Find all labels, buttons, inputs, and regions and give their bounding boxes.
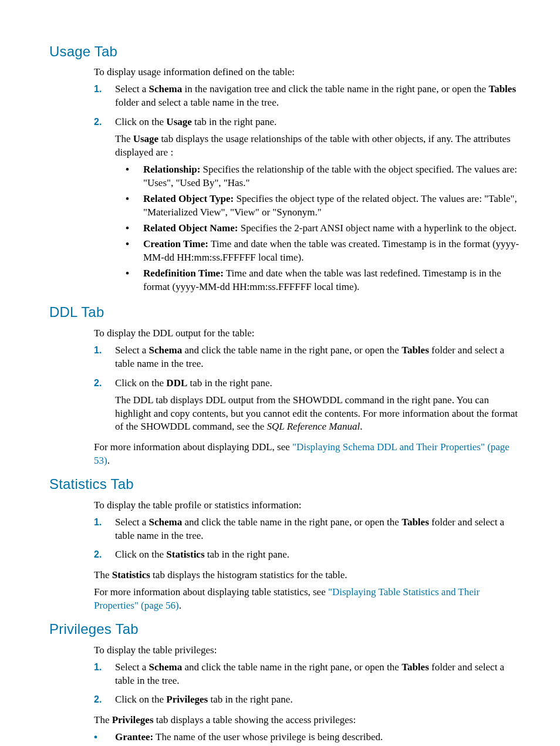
step-text: The Usage tab displays the usage relatio… [115,133,525,160]
priv-step-2: 2. Click on the Privileges tab in the ri… [94,693,525,710]
step-number: 2. [94,116,115,296]
bold-text: Statistics [166,549,204,560]
ddl-more-info: For more information about displaying DD… [94,441,525,468]
heading-statistics-tab: Statistics Tab [49,475,525,494]
step-body: Click on the Privileges tab in the right… [115,693,525,710]
heading-ddl-tab: DDL Tab [49,303,525,322]
step-body: Select a Schema and click the table name… [115,661,525,691]
text: The name of the user whose privilege is … [153,731,383,742]
stats-desc: The Statistics tab displays the histogra… [94,569,525,582]
step-body: Select a Schema in the navigation tree a… [115,83,525,113]
bold-text: Redefinition Time: [143,268,224,279]
ddl-step-1: 1. Select a Schema and click the table n… [94,344,525,374]
text: tab in the right pane. [205,549,289,560]
step-body: Click on the Usage tab in the right pane… [115,116,525,296]
text: folder and select a table name in the tr… [115,97,279,108]
bold-text: Schema [149,345,183,356]
text: Click on the [115,377,166,389]
priv-bullets: Grantee: The name of the user whose priv… [94,731,525,746]
ddl-step-2: 2. Click on the DDL tab in the right pan… [94,377,525,438]
list-item: Grantee: The name of the user whose priv… [94,731,525,744]
text: tab in the right pane. [187,377,272,389]
stats-intro: To display the table profile or statisti… [94,499,525,512]
step-text: Click on the Privileges tab in the right… [115,693,525,707]
bold-text: Tables [488,83,516,94]
step-text: Select a Schema in the navigation tree a… [115,83,525,110]
list-item: Related Object Name: Specifies the 2-par… [126,222,525,235]
text: Select a [115,661,149,673]
text: Click on the [115,549,166,560]
bold-text: Related Object Type: [143,193,234,204]
text: . [107,455,110,466]
step-body: Select a Schema and click the table name… [115,516,525,546]
usage-attributes-list: Relationship: Specifies the relationship… [126,163,525,293]
stats-content: To display the table profile or statisti… [94,499,525,613]
bold-text: Creation Time: [143,238,208,249]
usage-intro: To display usage information defined on … [94,66,525,79]
step-text: Click on the Statistics tab in the right… [115,548,525,562]
step-text: Select a Schema and click the table name… [115,344,525,371]
text: The [94,714,112,725]
text: tab in the right pane. [192,116,276,127]
text: tab displays the usage relationships of … [115,133,511,158]
priv-content: To display the table privileges: 1. Sele… [94,644,525,746]
bold-text: Tables [402,661,429,673]
text: Specifies the 2-part ANSI object name wi… [238,222,516,234]
text: tab in the right pane. [208,694,292,705]
bold-text: Schema [149,661,183,673]
text: and click the table name in the right pa… [182,345,402,356]
step-number: 2. [94,377,115,438]
bold-text: Related Object Name: [143,222,238,234]
step-body: Select a Schema and click the table name… [115,344,525,374]
step-number: 1. [94,516,115,546]
stats-step-2: 2. Click on the Statistics tab in the ri… [94,548,525,565]
list-item: Related Object Type: Specifies the objec… [126,193,525,220]
bold-text: Tables [402,517,429,528]
text: Click on the [115,694,166,705]
priv-desc: The Privileges tab displays a table show… [94,714,525,727]
step-number: 2. [94,548,115,565]
step-body: Click on the DDL tab in the right pane. … [115,377,525,438]
bold-text: Grantee: [115,731,153,742]
text: . [179,600,181,611]
text: For more information about displaying DD… [94,441,292,453]
text: The [94,569,112,580]
bold-text: Statistics [112,569,150,580]
text: and click the table name in the right pa… [182,517,402,528]
bold-text: Usage [133,133,158,144]
bold-text: Privileges [166,694,208,705]
ddl-intro: To display the DDL output for the table: [94,327,525,340]
bold-text: DDL [166,377,187,389]
ddl-content: To display the DDL output for the table:… [94,327,525,468]
bold-text: Privileges [112,714,154,725]
step-body: Click on the Statistics tab in the right… [115,548,525,565]
step-number: 1. [94,83,115,113]
text: tab displays a table showing the access … [154,714,356,725]
usage-step-2: 2. Click on the Usage tab in the right p… [94,116,525,296]
heading-usage-tab: Usage Tab [49,42,525,61]
step-text: Click on the DDL tab in the right pane. [115,377,525,390]
text: in the navigation tree and click the tab… [182,83,488,94]
ddl-steps: 1. Select a Schema and click the table n… [94,344,525,438]
step-number: 1. [94,661,115,691]
italic-text: SQL Reference Manual [267,421,360,432]
bold-text: Schema [149,83,183,94]
text: and click the table name in the right pa… [182,661,402,673]
priv-intro: To display the table privileges: [94,644,525,657]
usage-step-1: 1. Select a Schema in the navigation tre… [94,83,525,113]
bold-text: Relationship: [143,164,200,175]
step-text: The DDL tab displays DDL output from the… [115,394,525,434]
list-item: Creation Time: Time and date when the ta… [126,238,525,265]
usage-content: To display usage information defined on … [94,66,525,296]
priv-steps: 1. Select a Schema and click the table n… [94,661,525,711]
text: Click on the [115,116,166,127]
bold-text: Tables [402,345,429,356]
text: . [360,421,362,432]
heading-privileges-tab: Privileges Tab [49,620,525,639]
step-text: Select a Schema and click the table name… [115,661,525,688]
bold-text: Schema [149,517,183,528]
step-text: Click on the Usage tab in the right pane… [115,116,525,129]
step-number: 1. [94,344,115,374]
bold-text: Usage [166,116,191,127]
step-number: 2. [94,693,115,710]
